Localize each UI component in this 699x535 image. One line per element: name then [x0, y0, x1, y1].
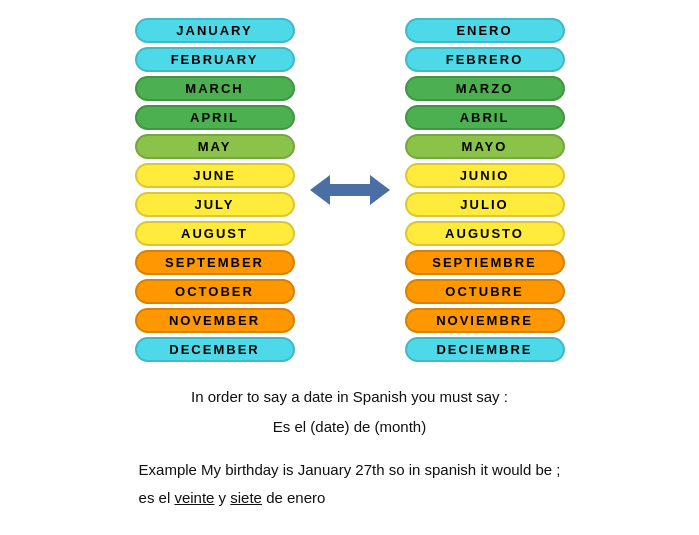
- spanish-month-pill: JULIO: [405, 192, 565, 217]
- instruction-line1: In order to say a date in Spanish you mu…: [191, 384, 508, 410]
- english-month-pill: APRIL: [135, 105, 295, 130]
- english-month-pill: MAY: [135, 134, 295, 159]
- spanish-month-pill: MARZO: [405, 76, 565, 101]
- english-month-pill: NOVEMBER: [135, 308, 295, 333]
- example-section: Example My birthday is January 27th so i…: [139, 457, 561, 512]
- spanish-month-pill: ENERO: [405, 18, 565, 43]
- spanish-month-pill: AUGUSTO: [405, 221, 565, 246]
- instruction-line2: Es el (date) de (month): [191, 414, 508, 440]
- english-month-pill: MARCH: [135, 76, 295, 101]
- spanish-month-pill: ABRIL: [405, 105, 565, 130]
- english-month-pill: JANUARY: [135, 18, 295, 43]
- spanish-month-pill: SEPTIEMBRE: [405, 250, 565, 275]
- spanish-months-column: ENEROFEBREROMARZOABRILMAYOJUNIOJULIOAUGU…: [405, 18, 565, 362]
- example-prefix: es el: [139, 489, 175, 506]
- double-arrow-icon: [310, 165, 390, 215]
- main-content: JANUARYFEBRUARYMARCHAPRILMAYJUNEJULYAUGU…: [10, 18, 689, 362]
- spanish-month-pill: FEBRERO: [405, 47, 565, 72]
- spanish-month-pill: DECIEMBRE: [405, 337, 565, 362]
- english-month-pill: DECEMBER: [135, 337, 295, 362]
- spanish-month-pill: OCTUBRE: [405, 279, 565, 304]
- svg-rect-1: [330, 184, 370, 196]
- spanish-month-pill: JUNIO: [405, 163, 565, 188]
- example-line1: Example My birthday is January 27th so i…: [139, 457, 561, 483]
- svg-marker-0: [310, 175, 330, 205]
- english-month-pill: OCTOBER: [135, 279, 295, 304]
- english-month-pill: JULY: [135, 192, 295, 217]
- example-suffix: de enero: [262, 489, 325, 506]
- spanish-month-pill: MAYO: [405, 134, 565, 159]
- svg-marker-2: [370, 175, 390, 205]
- text-section: In order to say a date in Spanish you mu…: [191, 384, 508, 443]
- english-month-pill: SEPTEMBER: [135, 250, 295, 275]
- example-word1: veinte: [174, 489, 214, 506]
- example-word2: siete: [230, 489, 262, 506]
- english-month-pill: JUNE: [135, 163, 295, 188]
- example-line2: es el veinte y siete de enero: [139, 485, 561, 511]
- english-months-column: JANUARYFEBRUARYMARCHAPRILMAYJUNEJULYAUGU…: [135, 18, 295, 362]
- example-mid: y: [214, 489, 230, 506]
- english-month-pill: FEBRUARY: [135, 47, 295, 72]
- arrow-container: [305, 165, 395, 215]
- english-month-pill: AUGUST: [135, 221, 295, 246]
- spanish-month-pill: NOVIEMBRE: [405, 308, 565, 333]
